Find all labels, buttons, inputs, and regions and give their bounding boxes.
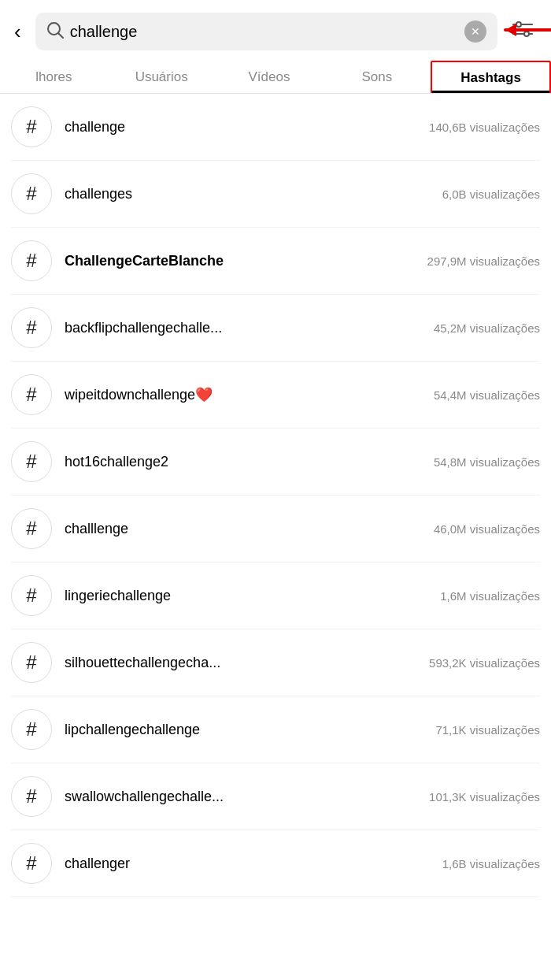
result-info: hot16challenge2 [65, 454, 421, 470]
result-views: 101,3K visualizações [429, 790, 540, 804]
tab-usuarios[interactable]: Usuários [108, 60, 216, 93]
tab-sons[interactable]: Sons [323, 60, 431, 93]
hashtag-icon: # [11, 374, 52, 415]
list-item[interactable]: #lingeriechallenge1,6M visualizações [11, 562, 540, 629]
result-views: 6,0B visualizações [442, 187, 540, 201]
back-button[interactable]: ‹ [11, 17, 28, 47]
result-info: silhouettechallengecha... [65, 655, 416, 671]
result-views: 54,8M visualizações [434, 455, 540, 469]
list-item[interactable]: #hot16challenge254,8M visualizações [11, 429, 540, 496]
list-item[interactable]: #challenge140,6B visualizações [11, 94, 540, 161]
result-name: silhouettechallengecha... [65, 655, 416, 671]
list-item[interactable]: #silhouettechallengecha...593,2K visuali… [11, 629, 540, 696]
tab-hashtags[interactable]: Hashtags [431, 61, 551, 94]
result-views: 1,6M visualizações [440, 589, 540, 603]
result-info: challenger [65, 856, 430, 872]
clear-button[interactable]: ✕ [464, 20, 486, 43]
hashtag-icon: # [11, 173, 52, 214]
hashtag-icon: # [11, 642, 52, 683]
result-info: lipchallengechallenge [65, 722, 423, 738]
result-views: 1,6B visualizações [442, 857, 540, 870]
result-info: ChallengeCarteBlanche [65, 253, 415, 269]
list-item[interactable]: #wipeitdownchallenge❤️54,4M visualizaçõe… [11, 362, 540, 429]
list-item[interactable]: #lipchallengechallenge71,1K visualizaçõe… [11, 696, 540, 763]
hashtag-icon: # [11, 843, 52, 884]
results-list: #challenge140,6B visualizações#challenge… [0, 94, 551, 897]
result-info: challlenge [65, 521, 421, 537]
tab-melhores[interactable]: lhores [0, 60, 108, 93]
hashtag-icon: # [11, 106, 52, 147]
result-info: challenge [65, 119, 416, 135]
result-name: challenge [65, 119, 416, 135]
result-views: 54,4M visualizações [434, 388, 540, 402]
list-item[interactable]: #ChallengeCarteBlanche297,9M visualizaçõ… [11, 228, 540, 295]
list-item[interactable]: #swallowchallengechalle...101,3K visuali… [11, 763, 540, 830]
result-views: 45,2M visualizações [434, 321, 540, 335]
search-input[interactable]: challenge [70, 23, 458, 41]
result-views: 140,6B visualizações [429, 121, 540, 134]
result-views: 297,9M visualizações [427, 254, 540, 268]
hashtag-icon: # [11, 307, 52, 348]
search-bar: challenge ✕ [35, 13, 497, 50]
list-item[interactable]: #challenges6,0B visualizações [11, 161, 540, 228]
result-name: challlenge [65, 521, 421, 537]
hashtag-icon: # [11, 575, 52, 616]
svg-point-0 [48, 23, 60, 35]
hashtag-icon: # [11, 508, 52, 549]
search-header: ‹ challenge ✕ [0, 0, 551, 60]
hashtag-icon: # [11, 240, 52, 281]
svg-point-7 [524, 32, 529, 36]
result-views: 46,0M visualizações [434, 522, 540, 536]
result-info: swallowchallengechalle... [65, 789, 416, 805]
hashtag-icon: # [11, 709, 52, 750]
result-name: challenges [65, 186, 430, 202]
result-name: wipeitdownchallenge❤️ [65, 386, 421, 403]
result-name: lipchallengechallenge [65, 722, 423, 738]
result-info: challenges [65, 186, 430, 202]
result-info: backflipchallengechalle... [65, 320, 421, 336]
result-info: wipeitdownchallenge❤️ [65, 386, 421, 403]
result-name: backflipchallengechalle... [65, 320, 421, 336]
result-views: 71,1K visualizações [435, 723, 540, 737]
result-name: challenger [65, 856, 430, 872]
hashtag-icon: # [11, 776, 52, 817]
result-info: lingeriechallenge [65, 588, 427, 604]
list-item[interactable]: #challenger1,6B visualizações [11, 830, 540, 897]
list-item[interactable]: #backflipchallengechalle...45,2M visuali… [11, 295, 540, 362]
result-name: hot16challenge2 [65, 454, 421, 470]
hashtag-icon: # [11, 441, 52, 482]
result-name: lingeriechallenge [65, 588, 427, 604]
list-item[interactable]: #challlenge46,0M visualizações [11, 496, 540, 562]
tabs-bar: lhores Usuários Vídeos Sons Hashtags [0, 60, 551, 94]
search-icon [46, 21, 64, 43]
result-name: swallowchallengechalle... [65, 789, 416, 805]
svg-point-6 [516, 22, 521, 27]
result-views: 593,2K visualizações [429, 656, 540, 670]
svg-line-1 [58, 33, 63, 38]
result-name: ChallengeCarteBlanche [65, 253, 415, 269]
filter-button[interactable] [505, 16, 540, 47]
tab-videos[interactable]: Vídeos [216, 60, 324, 93]
